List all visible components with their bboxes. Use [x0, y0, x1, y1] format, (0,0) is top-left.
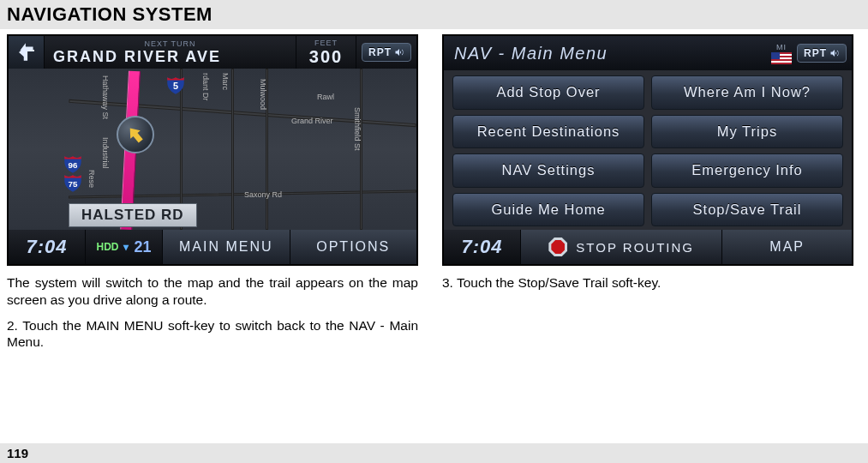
page-footer: 119 — [0, 443, 868, 463]
street-label: Hathaway St — [101, 75, 110, 119]
left-column: NEXT TURN GRAND RIVER AVE FEET 300 RPT — [7, 34, 418, 443]
hdd-indicator: HDD ▾ 21 — [86, 230, 163, 264]
guide-me-home-button[interactable]: Guide Me Home — [452, 193, 644, 227]
svg-text:75: 75 — [69, 179, 78, 189]
section-header: NAVIGATION SYSTEM — [0, 0, 868, 29]
left-body-text: The system will switch to the map and th… — [7, 266, 418, 351]
nav-menu-grid: Add Stop Over Where Am I Now? Recent Des… — [452, 75, 843, 226]
add-stop-over-button[interactable]: Add Stop Over — [452, 75, 644, 110]
street-label: Mulwood — [259, 79, 267, 110]
current-road-banner: HALSTED RD — [65, 203, 418, 227]
hdd-label: HDD — [96, 241, 118, 253]
street-label: rdant Dr — [201, 73, 210, 101]
paragraph: 2. Touch the MAIN MENU soft-key to switc… — [7, 317, 418, 352]
feet-value: 300 — [305, 47, 347, 67]
interstate-shield-icon: 75 — [62, 171, 84, 194]
page-number: 119 — [7, 446, 28, 460]
right-column: NAV - Main Menu MI RPT Add Stop Over Whe… — [442, 34, 853, 443]
street-label: Industrial — [101, 137, 110, 169]
units-label: MI — [776, 43, 787, 51]
next-turn-street: GRAND RIVER AVE — [53, 48, 287, 66]
nav-bottombar: 7:04 STOP ROUTING MAP — [444, 230, 852, 264]
map-topbar: NEXT TURN GRAND RIVER AVE FEET 300 RPT — [9, 36, 416, 69]
paragraph: 3. Touch the Stop/Save Trail soft-key. — [442, 274, 853, 292]
options-button[interactable]: OPTIONS — [290, 230, 417, 264]
turn-marker — [117, 116, 154, 153]
clock: 7:04 — [444, 230, 521, 264]
svg-text:96: 96 — [69, 160, 78, 170]
repeat-button[interactable]: RPT — [797, 44, 847, 63]
next-turn-label: NEXT TURN — [53, 39, 287, 48]
feet-segment: FEET 300 — [296, 36, 356, 69]
recent-destinations-button[interactable]: Recent Destinations — [452, 115, 644, 149]
street-label: Smithfield St — [353, 107, 362, 151]
emergency-info-button[interactable]: Emergency Info — [651, 153, 843, 188]
rpt-cell: RPT — [356, 36, 416, 69]
right-body-text: 3. Touch the Stop/Save Trail soft-key. — [442, 266, 853, 292]
street-label: Rese — [87, 170, 96, 188]
map-screenshot: NEXT TURN GRAND RIVER AVE FEET 300 RPT — [7, 34, 418, 266]
sound-icon — [394, 47, 404, 57]
map-bottombar: 7:04 HDD ▾ 21 MAIN MENU OPTIONS — [9, 230, 416, 264]
where-am-i-button[interactable]: Where Am I Now? — [651, 75, 843, 110]
nav-screen-title: NAV - Main Menu — [449, 44, 766, 63]
street-label: Rawl — [317, 93, 334, 101]
repeat-button[interactable]: RPT — [362, 43, 411, 62]
interstate-shield-icon: 5 — [165, 74, 187, 96]
feet-label: FEET — [305, 39, 347, 47]
current-road-name: HALSTED RD — [69, 203, 197, 227]
paragraph: The system will switch to the map and th… — [7, 274, 418, 309]
hdd-number: 21 — [134, 238, 151, 256]
us-flag-icon — [771, 52, 792, 64]
map-canvas[interactable]: 5 96 75 Hathaway St Industrial Rese rdan… — [9, 69, 416, 230]
stop-sign-icon — [548, 238, 567, 256]
street-label: Marc — [221, 73, 230, 90]
street-label: Grand River — [291, 117, 333, 125]
street-label: Saxony Rd — [244, 190, 282, 199]
nav-title-row: NAV - Main Menu MI RPT — [444, 36, 852, 70]
sound-icon — [829, 48, 840, 58]
nav-settings-button[interactable]: NAV Settings — [452, 153, 644, 188]
nav-menu-screenshot: NAV - Main Menu MI RPT Add Stop Over Whe… — [442, 34, 853, 266]
svg-text:5: 5 — [173, 81, 178, 91]
my-trips-button[interactable]: My Trips — [651, 115, 843, 149]
next-turn-segment: NEXT TURN GRAND RIVER AVE — [45, 36, 296, 69]
turn-arrow-icon — [9, 36, 45, 69]
stop-routing-button[interactable]: STOP ROUTING — [521, 230, 722, 264]
clock: 7:04 — [9, 230, 86, 264]
stop-save-trail-button[interactable]: Stop/Save Trail — [651, 193, 843, 227]
stop-routing-label: STOP ROUTING — [576, 240, 694, 255]
road-line — [69, 189, 416, 198]
content-columns: NEXT TURN GRAND RIVER AVE FEET 300 RPT — [0, 29, 868, 443]
main-menu-button[interactable]: MAIN MENU — [163, 230, 290, 264]
map-button[interactable]: MAP — [722, 230, 852, 264]
section-title: NAVIGATION SYSTEM — [7, 3, 861, 26]
page: NAVIGATION SYSTEM NEXT TURN GRAND RIVER … — [0, 0, 868, 463]
repeat-label: RPT — [368, 46, 392, 58]
repeat-label: RPT — [804, 47, 827, 59]
